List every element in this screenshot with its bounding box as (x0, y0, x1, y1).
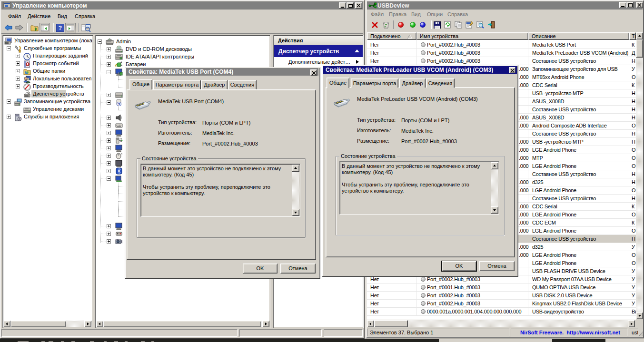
svg-text:?: ? (59, 25, 62, 31)
